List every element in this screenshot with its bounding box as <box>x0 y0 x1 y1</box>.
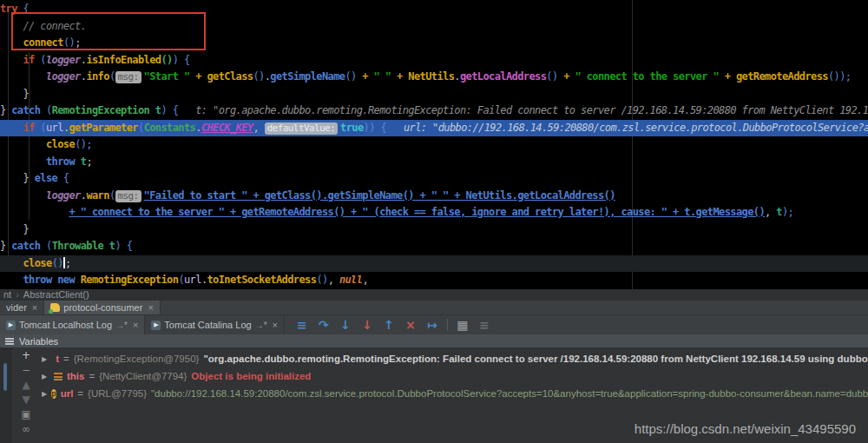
code-token <box>0 122 23 134</box>
code-line[interactable]: logger.warn(msg:"Failed to start " + get… <box>0 188 868 205</box>
code-line[interactable]: close(); <box>0 255 868 273</box>
step-out-icon[interactable]: ↑ <box>382 318 396 332</box>
breadcrumb-item[interactable]: nt <box>3 289 11 301</box>
code-token: "Failed to start " + getClass().getSimpl… <box>144 189 615 202</box>
code-token: close <box>46 138 75 150</box>
evaluate-expression-icon[interactable]: ▦ <box>456 318 470 332</box>
variable-row[interactable]: ▶purl={URL@7795}"dubbo://192.168.14.59:2… <box>42 385 868 402</box>
code-line[interactable]: close(); <box>0 136 868 154</box>
move-up-button[interactable]: ▲ <box>19 379 33 391</box>
watermark: https://blog.csdn.net/weixin_43495590 <box>635 421 856 436</box>
code-token: ( <box>178 274 184 286</box>
tab-tomcat-localhost-log[interactable]: ▶Tomcat Localhost Log→*× <box>0 315 145 334</box>
breadcrumb-item[interactable]: AbstractClient() <box>23 289 89 301</box>
duplicate-button[interactable]: ▣ <box>19 408 33 420</box>
variable-value: "org.apache.dubbo.remoting.RemotingExcep… <box>203 354 868 364</box>
close-icon[interactable]: × <box>133 320 138 330</box>
code-token: if <box>23 122 35 134</box>
expand-arrow-icon[interactable]: ▶ <box>42 390 47 398</box>
run-icon: ▶ <box>6 321 16 330</box>
scrollbar-thumb[interactable] <box>3 363 7 391</box>
tab-vider[interactable]: vider× <box>0 301 44 314</box>
code-token: )) <box>364 122 375 134</box>
variable-value: Object is being initialized <box>191 371 311 381</box>
remove-watch-button[interactable]: − <box>19 364 33 376</box>
code-token: RemotingException <box>81 274 179 286</box>
code-token: ) { <box>115 240 133 252</box>
code-token: t <box>776 206 782 218</box>
tab-protocol-consumer[interactable]: protocol-consumer× <box>44 301 161 314</box>
code-token: Constants <box>144 122 196 134</box>
code-token: + <box>391 70 408 83</box>
code-line[interactable]: } <box>0 222 868 239</box>
code-token: . <box>454 70 460 83</box>
code-token: url <box>46 122 63 134</box>
code-token: t <box>149 104 161 116</box>
tab-label: protocol-consumer <box>63 302 142 313</box>
menu-icon[interactable] <box>5 338 14 345</box>
code-token <box>0 274 23 286</box>
add-watch-button[interactable]: + <box>19 349 33 361</box>
console-tabs: ▶Tomcat Localhost Log→*×▶Tomcat Catalina… <box>0 315 285 334</box>
code-token: () <box>161 54 173 66</box>
code-token: new <box>57 274 75 286</box>
code-token <box>75 274 81 286</box>
annotation-box <box>11 12 206 50</box>
code-token: } <box>0 240 11 252</box>
code-line[interactable]: } catch (RemotingException t) { t: "org.… <box>0 102 868 120</box>
variable-row[interactable]: ▶this={NettyClient@7794}Object is being … <box>42 367 868 385</box>
code-token: () <box>52 257 63 269</box>
code-token: ) { <box>173 54 190 66</box>
toolbar-separator <box>447 319 448 331</box>
code-line[interactable]: } <box>0 86 868 103</box>
variable-value: "dubbo://192.168.14.59:20880/com.zsl.ser… <box>151 388 868 399</box>
code-editor[interactable]: try { // connect. connect(); if (logger.… <box>0 0 868 289</box>
code-line[interactable]: if (logger.isInfoEnabled()) { <box>0 52 868 69</box>
code-line[interactable]: throw new RemotingException(url.toInetSo… <box>0 272 868 289</box>
breadcrumb[interactable]: nt›AbstractClient() <box>0 289 868 301</box>
tab-label: vider <box>6 302 27 313</box>
code-token: ; <box>86 155 92 168</box>
force-step-into-icon[interactable]: ↓ <box>360 318 374 332</box>
move-down-button[interactable]: ▼ <box>19 393 33 406</box>
layout-settings-icon[interactable]: ≡ <box>477 318 491 332</box>
code-token: , <box>362 274 368 286</box>
ide-window: try { // connect. connect(); if (logger.… <box>0 0 868 443</box>
code-token: } <box>0 104 11 116</box>
equals-sign: = <box>89 371 95 381</box>
code-token: null <box>339 274 363 286</box>
show-execution-point-icon[interactable]: ≡ <box>295 318 309 332</box>
code-line[interactable]: throw t; <box>0 154 868 171</box>
expand-arrow-icon[interactable]: ▶ <box>42 373 49 380</box>
code-token: ( <box>35 54 46 66</box>
close-icon[interactable]: × <box>273 320 278 330</box>
code-token: if <box>23 54 35 66</box>
variable-name: t <box>56 354 59 364</box>
run-to-cursor-icon[interactable]: ↦ <box>425 318 439 332</box>
code-token: url: "dubbo://192.168.14.59:20880/com.zs… <box>386 122 868 134</box>
code-token: ( <box>40 104 51 116</box>
code-token: msg: <box>115 71 141 83</box>
step-into-icon[interactable]: ↓ <box>339 318 352 332</box>
code-line[interactable]: + " connect to the server " + getRemoteA… <box>0 204 868 222</box>
tab-tomcat-catalina-log[interactable]: ▶Tomcat Catalina Log→*× <box>145 315 285 334</box>
close-icon[interactable]: × <box>32 302 37 313</box>
code-token: ( <box>109 189 115 202</box>
code-token: getClass <box>207 70 253 83</box>
show-watches-button[interactable]: ∞ <box>19 423 33 435</box>
code-line[interactable]: if (url.getParameter(Constants.CHECK_KEY… <box>0 120 868 137</box>
variable-name: url <box>61 388 74 399</box>
code-line[interactable]: } else { <box>0 170 868 188</box>
code-line[interactable]: } catch (Throwable t) { <box>0 238 868 255</box>
step-over-icon[interactable]: ↷ <box>317 318 331 332</box>
code-token: Throwable <box>52 240 104 252</box>
code-line[interactable]: logger.info(msg:"Start " + getClass().ge… <box>0 69 868 86</box>
code-token: () <box>253 70 264 83</box>
code-token <box>0 155 46 168</box>
variable-row[interactable]: ▶t={RemotingException@7950}"org.apache.d… <box>42 350 868 367</box>
drop-frame-icon[interactable]: × <box>404 318 418 332</box>
expand-arrow-icon[interactable]: ▶ <box>42 355 47 363</box>
code-token: ( <box>138 122 144 134</box>
close-icon[interactable]: × <box>148 302 153 313</box>
variable-icon <box>54 373 62 380</box>
